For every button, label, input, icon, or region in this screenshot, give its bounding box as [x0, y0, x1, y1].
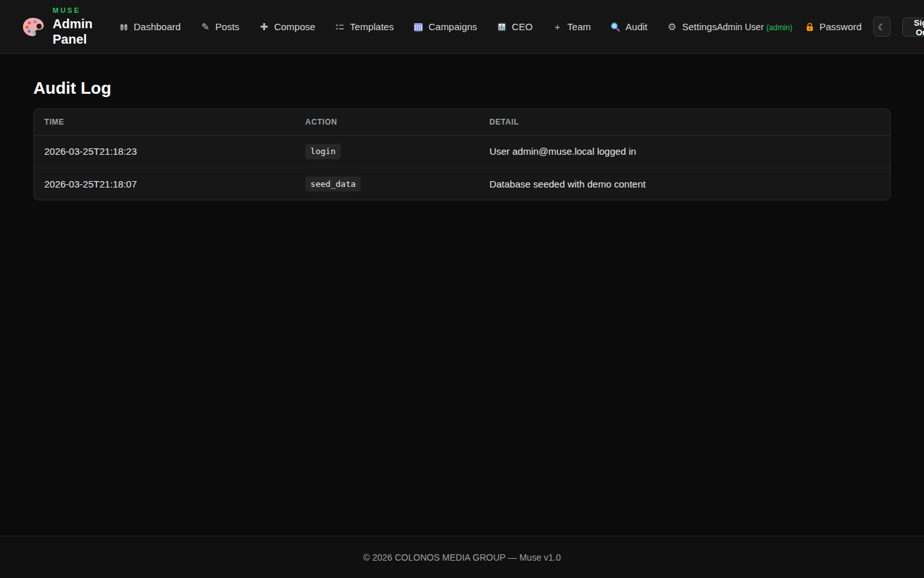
- nav-item-ceo[interactable]: CEO: [497, 21, 533, 32]
- column-header-detail: DETAIL: [479, 109, 890, 136]
- header-right: Admin User(admin) Password ☾ Sign Out: [717, 17, 924, 37]
- cell-time: 2026-03-25T21:18:07: [34, 168, 295, 200]
- nav-item-dashboard[interactable]: Dashboard: [118, 21, 180, 32]
- main-nav: Dashboard ✎ Posts ✚ Compose Templates Ca…: [118, 21, 717, 32]
- page-title: Audit Log: [33, 78, 891, 98]
- list-icon: [334, 21, 345, 32]
- nav-item-posts[interactable]: ✎ Posts: [200, 21, 240, 32]
- cell-action: seed_data: [295, 168, 479, 200]
- nav-item-label: Team: [567, 21, 591, 32]
- nav-item-compose[interactable]: ✚ Compose: [259, 21, 315, 32]
- nav-item-templates[interactable]: Templates: [334, 21, 393, 32]
- nav-item-label: Templates: [350, 21, 393, 32]
- cell-action: login: [295, 136, 479, 168]
- bar-chart-icon: [497, 21, 508, 32]
- dashboard-icon: [118, 21, 129, 32]
- table-row: 2026-03-25T21:18:23loginUser admin@muse.…: [34, 136, 890, 168]
- column-header-action: ACTION: [295, 109, 479, 136]
- audit-log-table: TIMEACTIONDETAIL 2026-03-25T21:18:23logi…: [34, 109, 890, 200]
- nav-item-label: Campaigns: [429, 21, 477, 32]
- brand-kicker: MUSE: [53, 6, 95, 15]
- password-label: Password: [819, 21, 862, 32]
- nav-item-audit[interactable]: Audit: [610, 21, 647, 32]
- nav-item-team[interactable]: + Team: [552, 21, 591, 32]
- palette-icon: [21, 13, 45, 40]
- moon-icon: ☾: [878, 22, 886, 32]
- gear-icon: ⚙: [667, 21, 678, 32]
- sign-out-button[interactable]: Sign Out: [902, 17, 924, 37]
- nav-item-label: Audit: [626, 21, 647, 32]
- nav-item-label: Settings: [682, 21, 717, 32]
- cell-detail: User admin@muse.local logged in: [479, 136, 890, 168]
- user-role: (admin): [766, 23, 792, 32]
- pencil-icon: ✎: [200, 21, 211, 32]
- top-header: MUSE Admin Panel Dashboard ✎ Posts ✚ Com…: [0, 0, 924, 54]
- password-link[interactable]: Password: [804, 21, 862, 32]
- table-header-row: TIMEACTIONDETAIL: [34, 109, 890, 136]
- nav-item-label: Posts: [216, 21, 240, 32]
- nav-item-settings[interactable]: ⚙ Settings: [667, 21, 717, 32]
- theme-toggle-button[interactable]: ☾: [873, 17, 891, 37]
- user-chip: Admin User(admin): [717, 22, 792, 32]
- action-badge: seed_data: [305, 177, 361, 192]
- nav-item-label: CEO: [512, 21, 533, 32]
- brand: MUSE Admin Panel: [21, 6, 95, 47]
- user-name: Admin User: [717, 22, 764, 32]
- nav-item-label: Compose: [274, 21, 315, 32]
- page-footer: © 2026 COLONOS MEDIA GROUP — Muse v1.0: [0, 536, 924, 578]
- column-header-time: TIME: [34, 109, 295, 136]
- cell-time: 2026-03-25T21:18:23: [34, 136, 295, 168]
- plus-icon: ✚: [259, 21, 270, 32]
- nav-item-label: Dashboard: [133, 21, 180, 32]
- lock-icon: [804, 21, 815, 32]
- footer-text: © 2026 COLONOS MEDIA GROUP — Muse v1.0: [363, 552, 561, 563]
- table-row: 2026-03-25T21:18:07seed_dataDatabase see…: [34, 168, 890, 200]
- plus-thin-icon: +: [552, 21, 563, 32]
- cell-detail: Database seeded with demo content: [479, 168, 890, 200]
- calendar-icon: [413, 21, 424, 32]
- main-content: Audit Log TIMEACTIONDETAIL 2026-03-25T21…: [0, 54, 924, 536]
- nav-item-campaigns[interactable]: Campaigns: [413, 21, 477, 32]
- audit-log-card: TIMEACTIONDETAIL 2026-03-25T21:18:23logi…: [33, 109, 891, 200]
- brand-title: Admin Panel: [53, 16, 95, 47]
- action-badge: login: [305, 144, 341, 159]
- magnifier-icon: [610, 21, 621, 32]
